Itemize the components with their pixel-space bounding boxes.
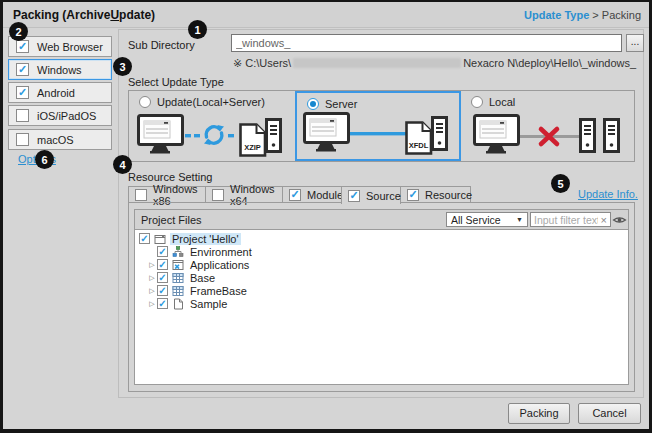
radio-label: Server xyxy=(325,98,357,110)
tree-row-sample[interactable]: ▷ Sample xyxy=(135,297,628,310)
sidebar-item-label: iOS/iPadOS xyxy=(37,110,96,122)
step-badge-1: 1 xyxy=(188,20,207,39)
radio-button[interactable] xyxy=(307,98,319,110)
clear-icon[interactable]: × xyxy=(601,214,610,226)
tree-row-environment[interactable]: Environment xyxy=(135,245,628,258)
project-files-header: Project Files All Service ▼ × xyxy=(135,210,628,230)
tree-label: FrameBase xyxy=(188,285,249,297)
packing-dialog: Packing (ArchiveUpdate) Update Type > Pa… xyxy=(0,0,652,433)
sidebar-item-ios-ipados[interactable]: iOS/iPadOS xyxy=(8,105,112,126)
packing-button[interactable]: Packing xyxy=(508,403,570,424)
step-badge-4: 4 xyxy=(113,155,132,174)
sidebar-item-macos[interactable]: macOS xyxy=(8,129,112,150)
update-type-option-server[interactable]: Server xyxy=(295,91,461,161)
project-files-tree: Project 'Hello' Environment ▷ xyxy=(135,230,628,384)
tree-label: Sample xyxy=(188,298,229,310)
svg-text:XZIP: XZIP xyxy=(244,143,261,152)
redacted-username xyxy=(293,58,461,68)
applications-icon xyxy=(172,259,184,271)
tab-label: Source xyxy=(366,190,401,202)
page-title: Packing (ArchiveUpdate) xyxy=(13,8,155,22)
tree-row-project-hello[interactable]: Project 'Hello' xyxy=(135,232,628,245)
checkbox[interactable] xyxy=(348,190,360,202)
cancel-button[interactable]: Cancel xyxy=(578,403,641,424)
base-icon xyxy=(172,272,184,284)
checkbox[interactable] xyxy=(16,86,29,99)
expander-icon[interactable]: ▷ xyxy=(147,274,157,282)
filter-input[interactable] xyxy=(531,214,601,226)
deploy-path: ※ C:\Users\Nexacro N\deploy\Hello\_windo… xyxy=(233,57,636,69)
tab-source[interactable]: Source xyxy=(341,186,401,204)
radio-label: Local xyxy=(489,96,515,108)
checkbox[interactable] xyxy=(16,63,29,76)
service-filter-select[interactable]: All Service ▼ xyxy=(446,212,528,227)
project-files-title: Project Files xyxy=(141,214,202,226)
radio-button[interactable] xyxy=(139,96,151,108)
tab-resource[interactable]: Resource xyxy=(400,186,471,203)
update-type-option-update-local-server[interactable]: Update(Local+Server) xyxy=(129,91,295,161)
update-type-option-local[interactable]: Local xyxy=(461,91,636,161)
checkbox[interactable] xyxy=(157,259,168,270)
svg-text:XFDL: XFDL xyxy=(409,141,429,150)
local-no-update-illustration xyxy=(473,113,625,159)
step-badge-3: 3 xyxy=(113,57,132,76)
step-badge-2: 2 xyxy=(9,22,28,41)
tab-module[interactable]: Module xyxy=(282,186,342,203)
sub-directory-input[interactable] xyxy=(231,34,622,52)
tree-label: Applications xyxy=(188,259,251,271)
checkbox[interactable] xyxy=(157,298,168,309)
breadcrumb-separator: > xyxy=(592,9,598,21)
checkbox[interactable] xyxy=(289,189,301,201)
sample-icon xyxy=(172,298,184,310)
framebase-icon xyxy=(172,285,184,297)
title-bar: Packing (ArchiveUpdate) Update Type > Pa… xyxy=(3,2,649,28)
radio-button[interactable] xyxy=(471,96,483,108)
eye-icon[interactable] xyxy=(612,214,627,226)
service-filter-value: All Service xyxy=(451,214,501,226)
sidebar-item-windows[interactable]: Windows xyxy=(8,59,112,80)
filter-field: × xyxy=(530,212,611,227)
select-update-type-label: Select Update Type xyxy=(128,76,224,88)
checkbox[interactable] xyxy=(16,133,29,146)
resource-setting-label: Resource Setting xyxy=(128,171,212,183)
sub-directory-label: Sub Directory xyxy=(128,39,195,51)
checkbox[interactable] xyxy=(16,109,29,122)
sidebar-item-label: macOS xyxy=(37,134,74,146)
expander-icon[interactable]: ▷ xyxy=(147,287,157,295)
expander-icon[interactable]: ▷ xyxy=(147,300,157,308)
project-files-panel: Project Files All Service ▼ × xyxy=(134,209,629,385)
checkbox[interactable] xyxy=(212,189,224,201)
checkbox[interactable] xyxy=(157,246,168,257)
tree-label: Project 'Hello' xyxy=(170,233,241,245)
sidebar-item-label: Web Browser xyxy=(37,41,103,53)
browse-button[interactable]: ... xyxy=(626,34,644,52)
expander-icon[interactable]: ▷ xyxy=(147,261,157,269)
checkbox[interactable] xyxy=(157,272,168,283)
step-badge-5: 5 xyxy=(551,174,570,193)
checkbox[interactable] xyxy=(407,189,419,201)
breadcrumb-current: Packing xyxy=(602,9,641,21)
update-local-server-illustration: XZIP xyxy=(137,113,287,159)
tree-row-base[interactable]: ▷ Base xyxy=(135,271,628,284)
checkbox[interactable] xyxy=(135,189,147,201)
tab-windows-x64[interactable]: Windows x64 xyxy=(205,186,283,203)
step-badge-6: 6 xyxy=(35,150,54,169)
sidebar-item-android[interactable]: Android xyxy=(8,82,112,103)
sidebar-item-label: Windows xyxy=(37,64,82,76)
tree-row-framebase[interactable]: ▷ FrameBase xyxy=(135,284,628,297)
tab-windows-x86[interactable]: Windows x86 xyxy=(128,186,206,203)
tab-label: Resource xyxy=(425,189,472,201)
checkbox[interactable] xyxy=(16,40,29,53)
breadcrumb-update-type-link[interactable]: Update Type xyxy=(524,9,589,21)
tree-label: Base xyxy=(188,272,217,284)
tree-row-applications[interactable]: ▷ Applications xyxy=(135,258,628,271)
checkbox[interactable] xyxy=(157,285,168,296)
resource-tab-content: Project Files All Service ▼ × xyxy=(128,202,635,392)
update-info-link[interactable]: Update Info. xyxy=(578,188,638,200)
environment-icon xyxy=(172,246,184,258)
checkbox[interactable] xyxy=(139,233,150,244)
chevron-down-icon: ▼ xyxy=(516,216,523,223)
sidebar-item-label: Android xyxy=(37,87,75,99)
tab-label: Module xyxy=(307,189,343,201)
server-update-illustration: XFDL xyxy=(303,111,453,157)
